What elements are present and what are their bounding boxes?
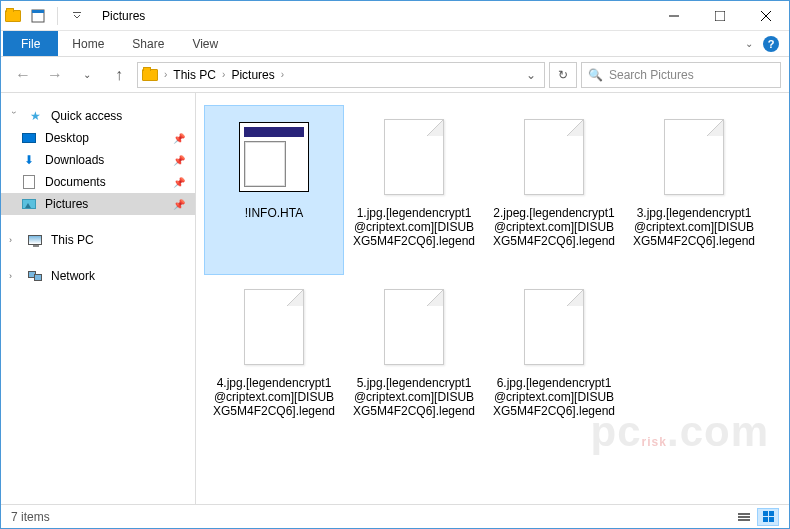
downloads-icon: ⬇ xyxy=(21,152,37,168)
close-button[interactable] xyxy=(743,1,789,30)
search-input[interactable] xyxy=(609,68,774,82)
pin-icon: 📌 xyxy=(173,155,185,166)
svg-rect-1 xyxy=(32,10,44,13)
window-title: Pictures xyxy=(94,9,145,23)
breadcrumb-folder-icon xyxy=(142,69,158,81)
chevron-right-icon: › xyxy=(9,235,19,245)
file-item[interactable]: 1.jpg.[legendencrypt1@criptext.com][DISU… xyxy=(344,105,484,275)
file-list[interactable]: !INFO.HTA1.jpg.[legendencrypt1@criptext.… xyxy=(196,93,789,506)
forward-button[interactable]: → xyxy=(41,61,69,89)
nav-item-downloads[interactable]: ⬇ Downloads 📌 xyxy=(1,149,195,171)
nav-this-pc[interactable]: › This PC xyxy=(1,229,195,251)
pin-icon: 📌 xyxy=(173,177,185,188)
file-item[interactable]: 5.jpg.[legendencrypt1@criptext.com][DISU… xyxy=(344,275,484,445)
refresh-button[interactable]: ↻ xyxy=(549,62,577,88)
blank-file-icon xyxy=(374,112,454,202)
chevron-down-icon: › xyxy=(9,111,19,121)
breadcrumb-dropdown-icon[interactable]: ⌄ xyxy=(526,68,536,82)
nav-label: Downloads xyxy=(45,153,104,167)
qat-dropdown-button[interactable] xyxy=(66,5,88,27)
blank-file-icon xyxy=(654,112,734,202)
qat-properties-button[interactable] xyxy=(27,5,49,27)
nav-label: Pictures xyxy=(45,197,88,211)
blank-file-icon xyxy=(374,282,454,372)
file-name: 6.jpg.[legendencrypt1@criptext.com][DISU… xyxy=(491,376,617,418)
ribbon: File Home Share View ⌄ ? xyxy=(1,31,789,57)
chevron-right-icon: › xyxy=(9,271,19,281)
nav-network[interactable]: › Network xyxy=(1,265,195,287)
star-icon: ★ xyxy=(27,108,43,124)
file-item[interactable]: !INFO.HTA xyxy=(204,105,344,275)
nav-label: This PC xyxy=(51,233,94,247)
file-item[interactable]: 6.jpg.[legendencrypt1@criptext.com][DISU… xyxy=(484,275,624,445)
breadcrumb[interactable]: › This PC › Pictures › ⌄ xyxy=(137,62,545,88)
nav-label: Documents xyxy=(45,175,106,189)
icons-view-button[interactable] xyxy=(757,508,779,526)
nav-quick-access[interactable]: › ★ Quick access xyxy=(1,105,195,127)
status-item-count: 7 items xyxy=(11,510,50,524)
file-item[interactable]: 2.jpeg.[legendencrypt1@criptext.com][DIS… xyxy=(484,105,624,275)
blank-file-icon xyxy=(514,112,594,202)
pc-icon xyxy=(27,232,43,248)
status-bar: 7 items xyxy=(1,504,789,528)
nav-item-documents[interactable]: Documents 📌 xyxy=(1,171,195,193)
documents-icon xyxy=(21,174,37,190)
help-button[interactable]: ? xyxy=(763,36,779,52)
qat-separator xyxy=(57,7,58,25)
chevron-right-icon: › xyxy=(164,69,167,80)
search-icon: 🔍 xyxy=(588,68,603,82)
recent-locations-button[interactable]: ⌄ xyxy=(73,61,101,89)
blank-file-icon xyxy=(234,282,314,372)
file-item[interactable]: 4.jpg.[legendencrypt1@criptext.com][DISU… xyxy=(204,275,344,445)
address-bar: ← → ⌄ ↑ › This PC › Pictures › ⌄ ↻ 🔍 xyxy=(1,57,789,93)
desktop-icon xyxy=(21,130,37,146)
nav-label: Network xyxy=(51,269,95,283)
nav-item-pictures[interactable]: Pictures 📌 xyxy=(1,193,195,215)
network-icon xyxy=(27,268,43,284)
back-button[interactable]: ← xyxy=(9,61,37,89)
nav-label: Desktop xyxy=(45,131,89,145)
details-view-button[interactable] xyxy=(733,508,755,526)
chevron-right-icon: › xyxy=(281,69,284,80)
file-name: 5.jpg.[legendencrypt1@criptext.com][DISU… xyxy=(351,376,477,418)
maximize-button[interactable] xyxy=(697,1,743,30)
minimize-button[interactable] xyxy=(651,1,697,30)
app-icon xyxy=(5,10,21,22)
title-bar: Pictures xyxy=(1,1,789,31)
svg-rect-4 xyxy=(715,11,725,21)
file-name: !INFO.HTA xyxy=(245,206,303,220)
hta-file-icon xyxy=(234,112,314,202)
nav-item-desktop[interactable]: Desktop 📌 xyxy=(1,127,195,149)
search-box[interactable]: 🔍 xyxy=(581,62,781,88)
blank-file-icon xyxy=(514,282,594,372)
navigation-pane: › ★ Quick access Desktop 📌 ⬇ Downloads 📌… xyxy=(1,93,196,506)
up-button[interactable]: ↑ xyxy=(105,61,133,89)
pin-icon: 📌 xyxy=(173,133,185,144)
chevron-right-icon: › xyxy=(222,69,225,80)
file-name: 3.jpg.[legendencrypt1@criptext.com][DISU… xyxy=(631,206,757,248)
svg-rect-2 xyxy=(73,12,81,13)
file-tab[interactable]: File xyxy=(3,31,58,56)
breadcrumb-item[interactable]: This PC xyxy=(171,68,218,82)
tab-share[interactable]: Share xyxy=(118,31,178,56)
tab-home[interactable]: Home xyxy=(58,31,118,56)
nav-label: Quick access xyxy=(51,109,122,123)
pictures-icon xyxy=(21,196,37,212)
file-name: 2.jpeg.[legendencrypt1@criptext.com][DIS… xyxy=(491,206,617,248)
file-name: 1.jpg.[legendencrypt1@criptext.com][DISU… xyxy=(351,206,477,248)
breadcrumb-item[interactable]: Pictures xyxy=(229,68,276,82)
pin-icon: 📌 xyxy=(173,199,185,210)
file-item[interactable]: 3.jpg.[legendencrypt1@criptext.com][DISU… xyxy=(624,105,764,275)
file-name: 4.jpg.[legendencrypt1@criptext.com][DISU… xyxy=(211,376,337,418)
tab-view[interactable]: View xyxy=(178,31,232,56)
ribbon-expand-icon[interactable]: ⌄ xyxy=(745,38,753,49)
